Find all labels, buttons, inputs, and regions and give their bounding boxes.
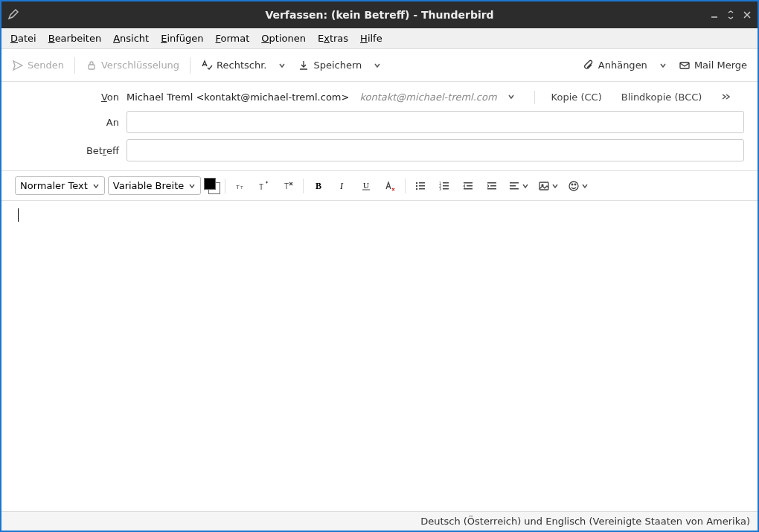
menu-bearbeiten[interactable]: Bearbeiten <box>42 30 107 47</box>
svg-rect-30 <box>487 182 496 184</box>
message-body-editor[interactable] <box>1 201 758 511</box>
statusbar: Deutsch (Österreich) und Englisch (Verei… <box>1 511 758 531</box>
compose-window: Verfassen: (kein Betreff) - Thunderbird … <box>0 0 759 532</box>
cc-button[interactable]: Kopie (CC) <box>548 89 605 105</box>
subject-input[interactable] <box>126 139 744 161</box>
text-cursor <box>18 208 19 222</box>
font-size-increase-button[interactable]: T <box>254 176 275 196</box>
svg-point-17 <box>416 188 417 189</box>
to-row: An <box>15 111 744 133</box>
svg-point-38 <box>569 182 578 190</box>
to-label: An <box>15 117 119 128</box>
emoji-dropdown[interactable] <box>565 176 592 196</box>
svg-rect-33 <box>510 182 519 184</box>
menu-format[interactable]: Format <box>210 30 256 47</box>
svg-text:B: B <box>316 181 321 191</box>
bold-button[interactable]: B <box>308 176 329 196</box>
subject-label: Betreff <box>15 145 119 156</box>
bcc-button[interactable]: Blindkopie (BCC) <box>618 89 705 105</box>
more-recipients-button[interactable] <box>718 89 734 105</box>
close-button[interactable] <box>740 7 755 22</box>
svg-rect-31 <box>490 185 496 187</box>
svg-text:T: T <box>240 185 243 190</box>
from-label: Von <box>15 92 119 103</box>
subject-row: Betreff <box>15 139 744 161</box>
lock-icon <box>86 60 97 71</box>
separator <box>74 57 75 74</box>
from-dropdown[interactable] <box>507 92 515 103</box>
svg-rect-32 <box>487 188 496 190</box>
svg-rect-27 <box>464 182 473 184</box>
underline-button[interactable]: U <box>356 176 377 196</box>
svg-point-39 <box>571 184 573 185</box>
svg-rect-25 <box>443 185 449 187</box>
encrypt-button[interactable]: Verschlüsselung <box>80 56 185 75</box>
font-size-decrease-button[interactable]: TT <box>230 176 251 196</box>
from-row: Von Michael Treml <kontakt@michael-treml… <box>15 89 744 105</box>
send-icon <box>12 60 24 71</box>
from-account[interactable]: kontakt@michael-treml.com <box>359 92 496 103</box>
svg-text:U: U <box>363 181 369 190</box>
send-button[interactable]: Senden <box>6 56 70 75</box>
svg-rect-24 <box>443 182 449 184</box>
svg-rect-29 <box>464 188 473 190</box>
menu-extras[interactable]: Extras <box>312 30 354 47</box>
mailmerge-button[interactable]: Mail Merge <box>673 56 753 75</box>
svg-text:T: T <box>236 184 240 190</box>
indent-button[interactable] <box>481 176 502 196</box>
clear-format-button[interactable] <box>380 176 400 196</box>
svg-rect-3 <box>89 65 95 69</box>
svg-rect-28 <box>467 185 473 187</box>
svg-rect-20 <box>419 188 425 190</box>
separator <box>190 57 190 74</box>
text-color-button[interactable] <box>204 178 220 194</box>
menubar: Datei Bearbeiten Ansicht Einfügen Format… <box>1 28 758 49</box>
attach-button[interactable]: Anhängen <box>577 56 653 75</box>
format-toolbar: Normaler Text Variable Breite TT T T B I… <box>1 171 758 201</box>
insert-image-dropdown[interactable] <box>535 176 562 196</box>
spellcheck-button[interactable]: Rechtschr. <box>195 56 272 75</box>
menu-einfuegen[interactable]: Einfügen <box>155 30 209 47</box>
svg-text:T: T <box>259 183 263 191</box>
save-icon <box>298 60 310 71</box>
main-toolbar: Senden Verschlüsselung Rechtschr. Speich… <box>1 49 758 82</box>
paperclip-icon <box>583 60 595 71</box>
from-identity[interactable]: Michael Treml <kontakt@michael-treml.com… <box>126 92 349 103</box>
svg-text:3: 3 <box>439 187 441 191</box>
svg-rect-4 <box>680 63 689 68</box>
outdent-button[interactable] <box>458 176 478 196</box>
remove-formatting-button[interactable]: T <box>278 176 298 196</box>
svg-rect-34 <box>510 185 516 187</box>
paragraph-style-dropdown[interactable]: Normaler Text <box>15 176 105 195</box>
mailmerge-icon <box>679 60 691 71</box>
foreground-color-icon <box>204 178 216 190</box>
menu-hilfe[interactable]: Hilfe <box>354 30 388 47</box>
svg-point-40 <box>574 184 576 185</box>
header-fields: Von Michael Treml <kontakt@michael-treml… <box>1 82 758 171</box>
save-dropdown[interactable] <box>369 59 385 72</box>
svg-point-16 <box>416 185 417 186</box>
numbered-list-button[interactable]: 123 <box>434 176 455 196</box>
italic-button[interactable]: I <box>332 176 353 196</box>
menu-datei[interactable]: Datei <box>4 30 42 47</box>
svg-text:I: I <box>339 181 344 191</box>
svg-rect-35 <box>510 188 519 190</box>
maximize-button[interactable] <box>723 7 738 22</box>
attach-dropdown[interactable] <box>655 59 671 72</box>
svg-point-15 <box>416 182 417 183</box>
svg-rect-19 <box>419 185 425 187</box>
bullet-list-button[interactable] <box>410 176 431 196</box>
font-dropdown[interactable]: Variable Breite <box>108 176 201 195</box>
window-title: Verfassen: (kein Betreff) - Thunderbird <box>1 9 758 21</box>
to-input[interactable] <box>126 111 744 133</box>
svg-rect-26 <box>443 188 449 190</box>
menu-optionen[interactable]: Optionen <box>255 30 312 47</box>
align-dropdown[interactable] <box>505 176 532 196</box>
spellcheck-icon <box>201 60 213 71</box>
menu-ansicht[interactable]: Ansicht <box>107 30 155 47</box>
svg-text:T: T <box>284 182 289 190</box>
minimize-button[interactable] <box>707 7 722 22</box>
spellcheck-dropdown[interactable] <box>274 59 290 72</box>
save-button[interactable]: Speichern <box>292 56 368 75</box>
language-status[interactable]: Deutsch (Österreich) und Englisch (Verei… <box>420 516 750 527</box>
